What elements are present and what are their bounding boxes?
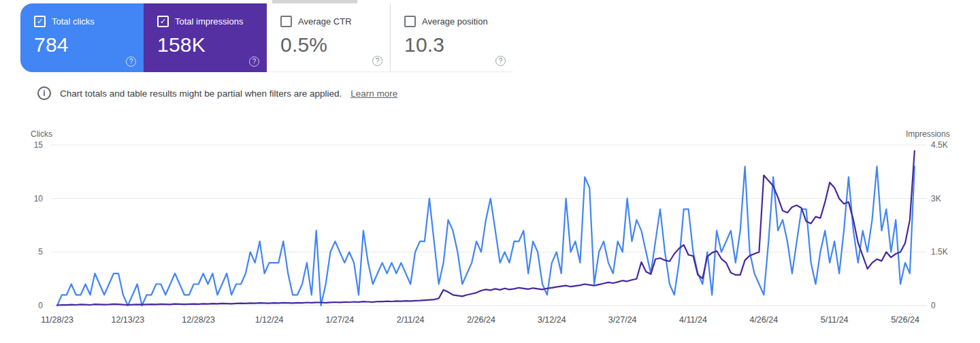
left-axis-title: Clicks xyxy=(31,129,52,139)
x-axis-tick: 3/12/24 xyxy=(538,315,566,325)
right-axis-tick: 4.5K xyxy=(931,140,948,150)
x-axis-tick: 2/11/24 xyxy=(397,315,425,325)
left-axis-tick: 10 xyxy=(34,194,44,203)
x-axis-tick: 11/28/23 xyxy=(41,315,74,325)
clicks-line[interactable] xyxy=(57,167,915,306)
x-axis-tick: 2/26/24 xyxy=(467,315,495,325)
x-axis-tick: 12/28/23 xyxy=(182,315,215,325)
x-axis-tick: 12/13/23 xyxy=(111,315,144,325)
right-axis-tick: 1.5K xyxy=(931,247,948,257)
x-axis-tick: 1/12/24 xyxy=(255,315,284,325)
left-axis-tick: 0 xyxy=(38,301,43,310)
left-axis-tick: 5 xyxy=(38,247,43,257)
right-axis-tick: 3K xyxy=(931,194,941,203)
impressions-line[interactable] xyxy=(57,151,915,306)
x-axis-tick: 5/26/24 xyxy=(891,315,919,325)
left-axis-tick: 15 xyxy=(34,140,44,150)
x-axis-tick: 1/27/24 xyxy=(325,315,354,325)
right-axis-tick: 0 xyxy=(931,301,936,310)
x-axis-tick: 4/26/24 xyxy=(749,315,778,325)
x-axis-tick: 3/27/24 xyxy=(608,315,637,325)
performance-chart[interactable]: 0051.5K103K154.5KClicksImpressions11/28/… xyxy=(0,0,980,343)
x-axis-tick: 4/11/24 xyxy=(679,315,707,325)
right-axis-title: Impressions xyxy=(906,129,950,139)
x-axis-tick: 5/11/24 xyxy=(821,315,849,325)
